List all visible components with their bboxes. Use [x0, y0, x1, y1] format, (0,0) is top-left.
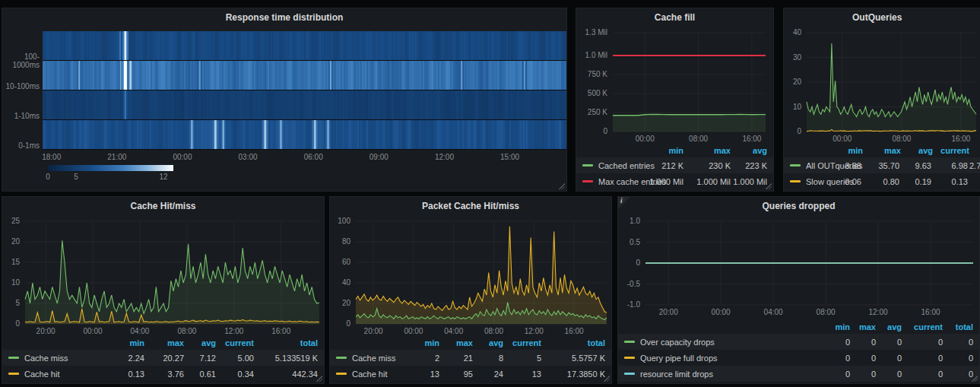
legend-column-max[interactable]: max [850, 322, 876, 331]
svg-text:250 K: 250 K [588, 108, 607, 116]
legend-row: Max cache entries1.000 Mil1.000 Mil1.000… [576, 173, 773, 189]
svg-text:10: 10 [793, 103, 802, 111]
svg-text:0.5: 0.5 [630, 238, 640, 246]
queries-dropped-plot[interactable]: 1.00.50-0.5-1.020:0000:0004:0008:0012:00… [618, 215, 979, 317]
legend-column-avg[interactable]: avg [901, 146, 933, 155]
legend-value: 1.000 Mil [636, 177, 683, 186]
legend-column-current[interactable]: current [503, 338, 541, 347]
panel-cache-fill[interactable]: Cache fill 1.3 Mil1.0 Mil750 K500 K250 K… [576, 8, 774, 192]
legend-value-clipped: 2.7 [968, 161, 980, 170]
panel-info-icon[interactable]: i [618, 197, 630, 209]
legend-row: Slow queries0.060.800.190.13 [784, 173, 980, 189]
svg-text:20:00: 20:00 [659, 308, 678, 316]
legend-value: 0.61 [184, 370, 216, 379]
svg-text:15: 15 [11, 258, 21, 266]
panel-title[interactable]: Queries dropped [618, 197, 979, 215]
svg-text:-0.5: -0.5 [627, 280, 641, 288]
resize-handle[interactable] [603, 375, 610, 382]
svg-text:40: 40 [793, 28, 802, 36]
x-axis-tick: 09:00 [369, 153, 389, 161]
legend-column-max[interactable]: max [439, 338, 473, 347]
svg-text:04:00: 04:00 [444, 327, 463, 335]
legend-series[interactable]: resource limit drops [624, 370, 824, 379]
legend-value: 13 [406, 370, 439, 379]
legend-column-min[interactable]: min [108, 338, 144, 347]
panel-outqueries[interactable]: OutQueries 40302010000:0008:0016:00 minm… [783, 8, 980, 192]
panel-title[interactable]: Response time distribution [2, 8, 566, 27]
legend-value: 13 [503, 370, 541, 379]
legend-series[interactable]: Cache hit [8, 370, 108, 379]
panel-title[interactable]: Cache Hit/miss [2, 197, 324, 215]
panel-packet-cache-hit-miss[interactable]: Packet Cache Hit/miss 10080604020020:000… [329, 196, 612, 384]
legend-row: All OUTqueries3.8835.709.636.982.7 [784, 157, 980, 173]
svg-text:750 K: 750 K [588, 70, 607, 78]
x-axis-tick: 00:00 [173, 153, 192, 161]
legend-column-current[interactable]: current [933, 146, 969, 155]
svg-text:0: 0 [603, 127, 607, 135]
legend-header: minmaxavg [576, 144, 773, 157]
legend-column-current[interactable]: current [216, 338, 254, 347]
legend-value: 0 [876, 338, 902, 347]
legend-series[interactable]: All OUTqueries [790, 161, 828, 170]
svg-text:20: 20 [11, 237, 21, 246]
svg-text:04:00: 04:00 [130, 327, 149, 335]
legend-series[interactable]: Query pipe full drops [624, 354, 824, 363]
legend-column-total[interactable]: total [541, 338, 605, 347]
legend-column-current[interactable]: current [902, 322, 943, 331]
legend-series[interactable]: Cache hit [336, 370, 406, 379]
series-name: Cache hit [352, 370, 387, 379]
legend-column-avg[interactable]: avg [876, 322, 902, 331]
svg-text:16:00: 16:00 [565, 327, 584, 335]
legend-series[interactable]: Cached entries [582, 161, 636, 170]
legend-column-total[interactable]: total [943, 322, 973, 331]
legend-column-avg[interactable]: avg [731, 146, 767, 155]
legend-column-total[interactable]: total [254, 338, 318, 347]
svg-text:1.0: 1.0 [630, 217, 640, 225]
series-name: resource limit drops [640, 370, 713, 379]
series-color-swatch [624, 357, 635, 359]
legend-column-min[interactable]: min [636, 146, 683, 155]
packet-cache-hit-miss-plot[interactable]: 10080604020020:0000:0004:0008:0012:0016:… [330, 215, 611, 336]
legend-series[interactable]: Slow queries [790, 177, 828, 186]
svg-text:00:00: 00:00 [712, 308, 731, 316]
resize-handle[interactable] [971, 375, 978, 382]
legend-series[interactable]: Cache miss [8, 354, 108, 363]
legend-column-avg[interactable]: avg [184, 338, 216, 347]
legend-column-avg[interactable]: avg [473, 338, 503, 347]
resize-handle[interactable] [558, 182, 565, 189]
series-color-swatch [790, 180, 801, 182]
series-color-swatch [582, 180, 593, 182]
cache-hit-miss-plot[interactable]: 252015105020:0000:0004:0008:0012:0016:00 [2, 215, 324, 336]
legend-value: 5.5757 K [541, 354, 605, 363]
legend-value: 0 [850, 370, 876, 379]
legend-series[interactable]: Max cache entries [582, 177, 636, 186]
heatmap-bucket-label: 0-1ms [2, 141, 40, 150]
legend-series[interactable]: Cache miss [336, 354, 406, 363]
panel-queries-dropped[interactable]: i Queries dropped 1.00.50-0.5-1.020:0000… [617, 196, 980, 384]
outqueries-plot[interactable]: 40302010000:0008:0016:00 [784, 27, 980, 144]
panel-title[interactable]: OutQueries [784, 8, 980, 27]
panel-response-time-distribution[interactable]: Response time distribution 100-1000ms10-… [2, 8, 567, 192]
panel-cache-hit-miss[interactable]: Cache Hit/miss 252015105020:0000:0004:00… [2, 196, 325, 384]
svg-text:16:00: 16:00 [951, 135, 970, 143]
x-axis-tick: 15:00 [500, 153, 519, 161]
legend-column-max[interactable]: max [863, 146, 901, 155]
legend-value: 0 [943, 338, 973, 347]
legend-column-min[interactable]: min [829, 146, 863, 155]
legend-header: minmaxavgcurrent [784, 144, 980, 157]
svg-text:40: 40 [342, 278, 351, 287]
legend-column-max[interactable]: max [144, 338, 184, 347]
panel-title[interactable]: Packet Cache Hit/miss [330, 197, 611, 215]
panel-title[interactable]: Cache fill [576, 8, 773, 27]
legend-value: 0 [850, 354, 876, 363]
legend-column-min[interactable]: min [406, 338, 439, 347]
svg-text:00:00: 00:00 [404, 327, 423, 335]
legend-column-min[interactable]: min [824, 322, 850, 331]
cache-fill-plot[interactable]: 1.3 Mil1.0 Mil750 K500 K250 K000:0008:00… [576, 27, 773, 144]
legend-column-max[interactable]: max [683, 146, 731, 155]
legend-series[interactable]: Over capacity drops [624, 338, 824, 347]
x-axis-tick: 06:00 [304, 153, 323, 161]
resize-handle[interactable] [316, 375, 322, 382]
resize-handle[interactable] [765, 182, 772, 189]
heatmap-plot[interactable] [43, 31, 566, 150]
